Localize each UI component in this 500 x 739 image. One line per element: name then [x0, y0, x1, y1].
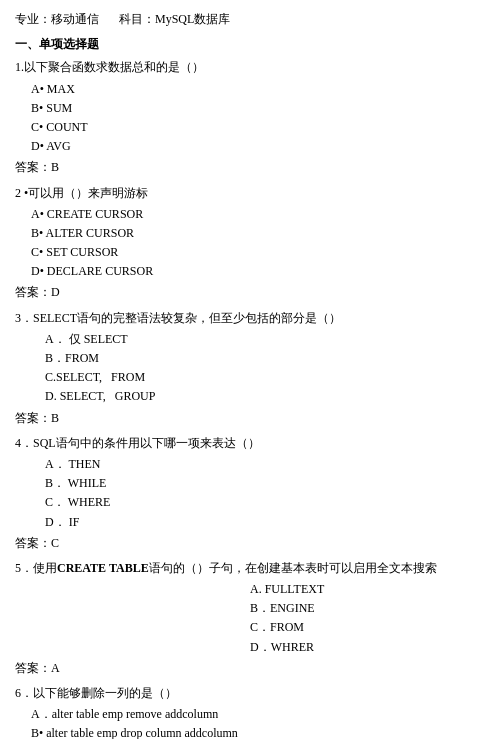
question-5: 5．使用CREATE TABLE语句的（）子句，在创建基本表时可以启用全文本搜索…	[15, 559, 485, 678]
q5-opt-d: D．WHRER	[250, 638, 485, 657]
q4-opt-c: C． WHERE	[45, 493, 485, 512]
q4-opt-b: B． WHILE	[45, 474, 485, 493]
q2-opt-b: B• ALTER CURSOR	[31, 224, 485, 243]
q2-opt-d: D• DECLARE CURSOR	[31, 262, 485, 281]
q2-opt-c: C• SET CURSOR	[31, 243, 485, 262]
q5-opt-a: A. FULLTEXT	[250, 580, 485, 599]
q4-options: A． THEN B． WHILE C． WHERE D． IF	[15, 455, 485, 532]
q2-text: 2 •可以用（）来声明游标	[15, 184, 485, 203]
q6-opt-a: A．alter table emp remove addcolumn	[31, 705, 485, 724]
q3-options: A． 仅 SELECT B．FROM C.SELECT, FROM D. SEL…	[15, 330, 485, 407]
q6-opt-b: B• alter table emp drop column addcolumn	[31, 724, 485, 739]
question-2: 2 •可以用（）来声明游标 A• CREATE CURSOR B• ALTER …	[15, 184, 485, 303]
q1-opt-c: C• COUNT	[31, 118, 485, 137]
q6-text: 6．以下能够删除一列的是（）	[15, 684, 485, 703]
q4-text: 4．SQL语句中的条件用以下哪一项来表达（）	[15, 434, 485, 453]
q4-opt-a: A． THEN	[45, 455, 485, 474]
q3-answer: 答案：B	[15, 409, 485, 428]
q3-text: 3．SELECT语句的完整语法较复杂，但至少包括的部分是（）	[15, 309, 485, 328]
question-4: 4．SQL语句中的条件用以下哪一项来表达（） A． THEN B． WHILE …	[15, 434, 485, 553]
q1-text: 1.以下聚合函数求数据总和的是（）	[15, 58, 485, 77]
q3-opt-b: B．FROM	[45, 349, 485, 368]
q2-answer: 答案：D	[15, 283, 485, 302]
q1-options: A• MAX B• SUM C• COUNT D• AVG	[15, 80, 485, 157]
q4-opt-d: D． IF	[45, 513, 485, 532]
q3-opt-c: C.SELECT, FROM	[45, 368, 485, 387]
major-label: 专业：移动通信	[15, 10, 99, 29]
q2-opt-a: A• CREATE CURSOR	[31, 205, 485, 224]
header: 专业：移动通信 科目：MySQL数据库	[15, 10, 485, 29]
question-6: 6．以下能够删除一列的是（） A．alter table emp remove …	[15, 684, 485, 739]
question-3: 3．SELECT语句的完整语法较复杂，但至少包括的部分是（） A． 仅 SELE…	[15, 309, 485, 428]
q5-opt-c: C．FROM	[250, 618, 485, 637]
section-title: 一、单项选择题	[15, 35, 485, 54]
q2-options: A• CREATE CURSOR B• ALTER CURSOR C• SET …	[15, 205, 485, 282]
q5-text: 5．使用CREATE TABLE语句的（）子句，在创建基本表时可以启用全文本搜索	[15, 559, 485, 578]
q3-opt-a: A． 仅 SELECT	[45, 330, 485, 349]
q1-opt-d: D• AVG	[31, 137, 485, 156]
q1-opt-b: B• SUM	[31, 99, 485, 118]
q3-opt-d: D. SELECT, GROUP	[45, 387, 485, 406]
q5-answer: 答案：A	[15, 659, 485, 678]
question-1: 1.以下聚合函数求数据总和的是（） A• MAX B• SUM C• COUNT…	[15, 58, 485, 177]
q6-options: A．alter table emp remove addcolumn B• al…	[15, 705, 485, 739]
subject-label: 科目：MySQL数据库	[119, 10, 230, 29]
q5-options: A. FULLTEXT B．ENGINE C．FROM D．WHRER	[15, 580, 485, 657]
q5-opt-b: B．ENGINE	[250, 599, 485, 618]
q1-answer: 答案：B	[15, 158, 485, 177]
q1-opt-a: A• MAX	[31, 80, 485, 99]
q4-answer: 答案：C	[15, 534, 485, 553]
